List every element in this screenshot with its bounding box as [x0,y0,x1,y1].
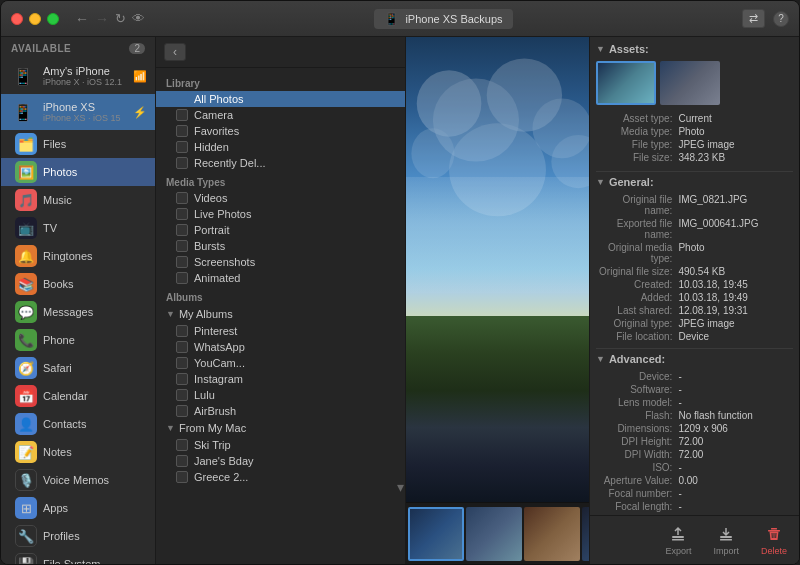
tree-item-videos[interactable]: Videos [156,190,405,206]
main-photo-display [406,37,589,502]
all-photos-checkbox[interactable] [176,93,188,105]
swap-button[interactable]: ⇄ [742,9,765,28]
bursts-checkbox[interactable] [176,240,188,252]
tree-item-all-photos[interactable]: All Photos [156,91,405,107]
iso-row: ISO: - [596,462,793,473]
whatsapp-checkbox[interactable] [176,341,188,353]
sidebar-item-ringtones[interactable]: 🔔 Ringtones [1,242,155,270]
back-icon[interactable]: ← [75,11,89,27]
tree-item-recently-deleted[interactable]: Recently Del... [156,155,405,171]
tree-item-bursts[interactable]: Bursts [156,238,405,254]
import-button[interactable]: Import [707,522,745,558]
device-title: 📱 iPhone XS Backups [374,9,512,29]
dimensions-key: Dimensions: [596,423,678,434]
sidebar-item-photos[interactable]: 🖼️ Photos [1,158,155,186]
lulu-checkbox[interactable] [176,389,188,401]
photo-main[interactable] [406,37,589,502]
sidebar-item-contacts[interactable]: 👤 Contacts [1,410,155,438]
animated-checkbox[interactable] [176,272,188,284]
back-button[interactable]: ‹ [164,43,186,61]
tree-item-greece[interactable]: Greece 2... [156,469,405,485]
portrait-checkbox[interactable] [176,224,188,236]
instagram-checkbox[interactable] [176,373,188,385]
sidebar-item-notes[interactable]: 📝 Notes [1,438,155,466]
tree-item-whatsapp[interactable]: WhatsApp [156,339,405,355]
sidebar-scroll: 📱 Amy's iPhone iPhone X · iOS 12.1 📶 📱 i… [1,58,155,564]
thumb-1[interactable] [596,61,656,105]
maximize-button[interactable] [47,13,59,25]
tree-item-favorites[interactable]: Favorites [156,123,405,139]
sidebar-item-apps[interactable]: ⊞ Apps [1,494,155,522]
lens-model-row: Lens model: - [596,397,793,408]
svg-rect-7 [406,339,589,502]
flash-row: Flash: No flash function [596,410,793,421]
live-photos-checkbox[interactable] [176,208,188,220]
hidden-checkbox[interactable] [176,141,188,153]
tree-item-airbrush[interactable]: AirBrush [156,403,405,419]
orig-type-row: Original type: JPEG image [596,318,793,329]
apps-icon: ⊞ [15,497,37,519]
orig-type-value: JPEG image [678,318,793,329]
sidebar-item-messages[interactable]: 💬 Messages [1,298,155,326]
my-albums-group[interactable]: ▼ My Albums [156,305,405,323]
tree-item-janes-bday[interactable]: Jane's Bday [156,453,405,469]
pinterest-label: Pinterest [194,325,237,337]
tree-item-lulu[interactable]: Lulu [156,387,405,403]
tree-item-ski-trip[interactable]: Ski Trip [156,437,405,453]
dimensions-value: 1209 x 906 [678,423,793,434]
close-button[interactable] [11,13,23,25]
tree-item-camera[interactable]: Camera [156,107,405,123]
filmstrip-photo-1[interactable] [408,507,464,561]
tree-item-portrait[interactable]: Portrait [156,222,405,238]
filmstrip-photo-4[interactable] [582,507,589,561]
favorites-checkbox[interactable] [176,125,188,137]
pinterest-checkbox[interactable] [176,325,188,337]
refresh-icon[interactable]: ↻ [115,11,126,26]
from-my-mac-group[interactable]: ▼ From My Mac [156,419,405,437]
greece-checkbox[interactable] [176,471,188,483]
sidebar-item-phone[interactable]: 📞 Phone [1,326,155,354]
my-albums-chevron: ▼ [166,309,175,319]
sidebar-item-profiles[interactable]: 🔧 Profiles [1,522,155,550]
camera-checkbox[interactable] [176,109,188,121]
forward-icon[interactable]: → [95,11,109,27]
filmstrip-photo-3[interactable] [524,507,580,561]
thumb-2[interactable] [660,61,720,105]
orig-filesize-row: Original file size: 490.54 KB [596,266,793,277]
tree-item-screenshots[interactable]: Screenshots [156,254,405,270]
photo-filmstrip [406,502,589,564]
tree-item-youcam[interactable]: YouCam... [156,355,405,371]
sidebar-item-voice-memos[interactable]: 🎙️ Voice Memos [1,466,155,494]
filmstrip-photo-2[interactable] [466,507,522,561]
janes-bday-checkbox[interactable] [176,455,188,467]
sidebar-item-safari[interactable]: 🧭 Safari [1,354,155,382]
sidebar-item-files[interactable]: 🗂️ Files [1,130,155,158]
tree-item-live-photos[interactable]: Live Photos [156,206,405,222]
tree-item-hidden[interactable]: Hidden [156,139,405,155]
sidebar-item-file-system[interactable]: 💾 File System [1,550,155,564]
sidebar-item-books[interactable]: 📚 Books [1,270,155,298]
minimize-button[interactable] [29,13,41,25]
recently-deleted-label: Recently Del... [194,157,266,169]
tree-item-pinterest[interactable]: Pinterest [156,323,405,339]
tree-item-animated[interactable]: Animated [156,270,405,286]
tree-item-instagram[interactable]: Instagram [156,371,405,387]
screenshots-checkbox[interactable] [176,256,188,268]
sidebar-item-tv[interactable]: 📺 TV [1,214,155,242]
sidebar-item-amys-iphone[interactable]: 📱 Amy's iPhone iPhone X · iOS 12.1 📶 [1,58,155,94]
videos-checkbox[interactable] [176,192,188,204]
airbrush-checkbox[interactable] [176,405,188,417]
sidebar-item-calendar[interactable]: 📅 Calendar [1,382,155,410]
recently-deleted-checkbox[interactable] [176,157,188,169]
notes-label: Notes [43,446,72,458]
delete-button[interactable]: Delete [755,522,793,558]
export-button[interactable]: Export [659,522,697,558]
albums-section-label: Albums [156,286,405,305]
help-button[interactable]: ? [773,11,789,27]
sidebar-item-music[interactable]: 🎵 Music [1,186,155,214]
sidebar-item-iphone-xs[interactable]: 📱 iPhone XS iPhone XS · iOS 15 ⚡ [1,94,155,130]
from-mac-chevron: ▼ [166,423,175,433]
ski-trip-checkbox[interactable] [176,439,188,451]
eye-icon[interactable]: 👁 [132,11,145,26]
youcam-checkbox[interactable] [176,357,188,369]
